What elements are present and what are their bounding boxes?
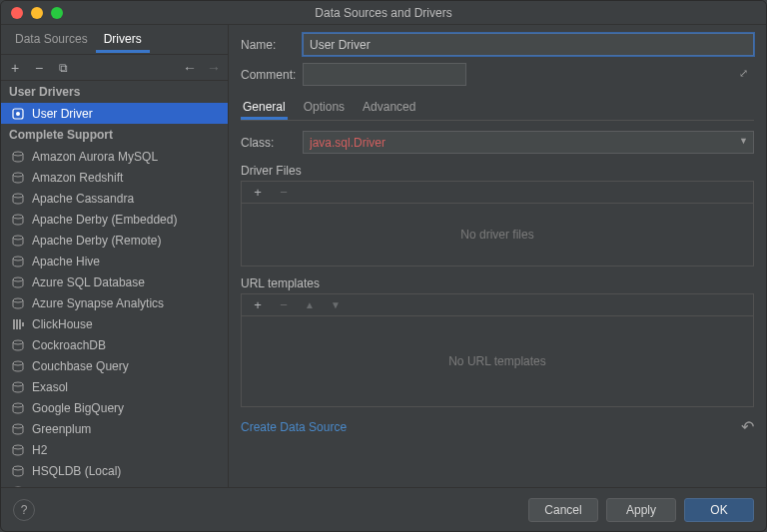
tree-item[interactable]: Apache Cassandra [1, 188, 228, 209]
cancel-button[interactable]: Cancel [528, 498, 598, 522]
derby-icon [11, 234, 25, 248]
tree-item[interactable]: Azure SQL Database [1, 271, 228, 292]
url-templates-panel: + − ▲ ▼ No URL templates [241, 293, 754, 407]
name-input[interactable] [303, 33, 754, 56]
tab-options[interactable]: Options [302, 95, 347, 120]
sidebar: Data Sources Drivers + − ⧉ ← → User Driv… [1, 25, 229, 487]
exasol-icon [11, 380, 25, 394]
tree-group-header: User Drivers [1, 81, 228, 103]
svg-point-6 [13, 236, 23, 240]
main-tabs: General Options Advanced [241, 95, 754, 121]
svg-point-4 [13, 194, 23, 198]
tree-item-label: Couchbase Query [32, 359, 129, 373]
hsqldb-icon [11, 464, 25, 478]
h2-icon [11, 443, 25, 457]
tree-item[interactable]: H2 [1, 439, 228, 460]
svg-point-9 [13, 298, 23, 302]
expand-icon[interactable]: ⤢ [739, 67, 748, 80]
tree-item[interactable]: Amazon Redshift [1, 167, 228, 188]
svg-point-2 [13, 152, 23, 156]
couchbase-icon [11, 359, 25, 373]
titlebar: Data Sources and Drivers [1, 1, 766, 25]
sidebar-toolbar: + − ⧉ ← → [1, 55, 228, 81]
svg-point-8 [13, 277, 23, 281]
class-label: Class: [241, 136, 303, 150]
svg-point-1 [16, 112, 20, 116]
add-file-icon[interactable]: + [250, 185, 266, 200]
revert-icon[interactable]: ↶ [741, 417, 754, 436]
tree-item-label: Amazon Redshift [32, 171, 123, 185]
greenplum-icon [11, 422, 25, 436]
tree-item-label: H2 [32, 443, 47, 457]
add-template-icon[interactable]: + [250, 297, 266, 312]
help-icon[interactable]: ? [13, 499, 35, 521]
svg-point-3 [13, 173, 23, 177]
svg-rect-13 [22, 322, 24, 326]
tree-item[interactable]: Apache Hive [1, 251, 228, 271]
move-down-icon: ▼ [328, 299, 344, 310]
cockroach-icon [11, 338, 25, 352]
tree-item-label: Apache Derby (Remote) [32, 234, 161, 248]
footer: ? Cancel Apply OK [1, 487, 766, 531]
driver-files-panel: + − No driver files [241, 181, 754, 266]
svg-point-17 [13, 403, 23, 407]
tree-item[interactable]: Couchbase Query [1, 355, 228, 376]
svg-point-18 [13, 424, 23, 428]
add-icon[interactable]: + [7, 60, 23, 76]
svg-point-14 [13, 340, 23, 344]
svg-point-16 [13, 382, 23, 386]
svg-point-5 [13, 215, 23, 219]
tree-item[interactable]: Exasol [1, 376, 228, 397]
tree-item-label: Greenplum [32, 422, 91, 436]
class-combo[interactable] [303, 131, 754, 154]
window-title: Data Sources and Drivers [1, 6, 766, 20]
driver-files-title: Driver Files [241, 164, 754, 178]
tab-drivers[interactable]: Drivers [96, 26, 150, 53]
tree-item-label: ClickHouse [32, 317, 93, 331]
driver-files-empty: No driver files [242, 204, 753, 266]
name-label: Name: [241, 38, 303, 52]
tree-item-label: CockroachDB [32, 338, 106, 352]
comment-input[interactable] [303, 63, 466, 86]
tree-item-label: Apache Cassandra [32, 192, 134, 206]
svg-point-7 [13, 257, 23, 261]
tree-item-label: Apache Derby (Embedded) [32, 213, 177, 227]
tree-item[interactable]: HSQLDB (Local) [1, 460, 228, 481]
tab-data-sources[interactable]: Data Sources [7, 26, 96, 53]
tree-item-label: Exasol [32, 380, 68, 394]
tree-item[interactable]: Amazon Aurora MySQL [1, 146, 228, 167]
back-icon[interactable]: ← [182, 60, 198, 76]
remove-file-icon: − [276, 185, 292, 200]
svg-rect-11 [16, 319, 18, 329]
tab-advanced[interactable]: Advanced [361, 95, 417, 120]
svg-point-15 [13, 361, 23, 365]
tree-item-label: Google BigQuery [32, 401, 124, 415]
svg-point-20 [13, 466, 23, 470]
comment-label: Comment: [241, 68, 303, 82]
remove-icon[interactable]: − [31, 60, 47, 76]
main-panel: Name: Comment: ⤢ General Options Advance… [229, 25, 766, 487]
tree-item[interactable]: Greenplum [1, 418, 228, 439]
url-templates-empty: No URL templates [242, 316, 753, 406]
tree-item-label: User Driver [32, 107, 93, 121]
svg-point-19 [13, 445, 23, 449]
tree-item[interactable]: User Driver [1, 103, 228, 124]
tree-item-label: HSQLDB (Local) [32, 464, 121, 478]
aurora-icon [11, 150, 25, 164]
duplicate-icon[interactable]: ⧉ [55, 61, 71, 75]
tab-general[interactable]: General [241, 95, 288, 120]
tree-item[interactable]: Apache Derby (Remote) [1, 230, 228, 251]
driver-tree: User DriversUser DriverComplete SupportA… [1, 81, 228, 487]
tree-item[interactable]: ClickHouse [1, 313, 228, 334]
apply-button[interactable]: Apply [606, 498, 676, 522]
tree-item[interactable]: Google BigQuery [1, 397, 228, 418]
chevron-down-icon[interactable]: ▼ [739, 136, 748, 146]
forward-icon: → [206, 60, 222, 76]
tree-item[interactable]: Apache Derby (Embedded) [1, 209, 228, 230]
create-data-source-link[interactable]: Create Data Source [241, 420, 347, 434]
cassandra-icon [11, 192, 25, 206]
tree-item-label: Azure SQL Database [32, 275, 145, 289]
ok-button[interactable]: OK [684, 498, 754, 522]
tree-item[interactable]: Azure Synapse Analytics [1, 292, 228, 313]
tree-item[interactable]: CockroachDB [1, 334, 228, 355]
